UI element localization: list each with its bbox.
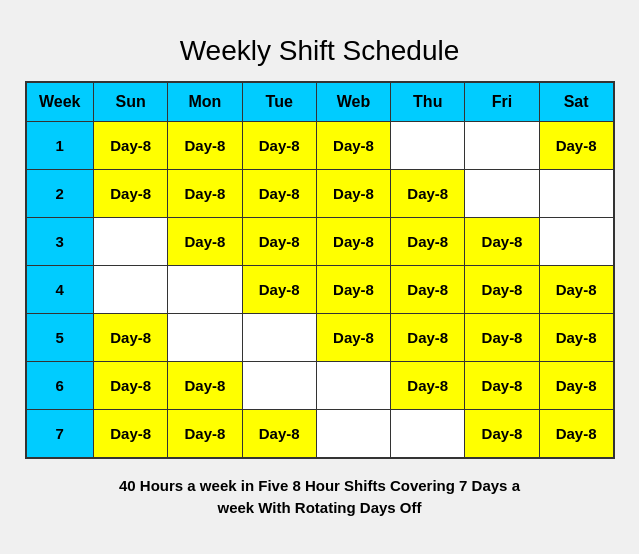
- schedule-cell: Day-8: [168, 410, 242, 458]
- schedule-cell: [316, 410, 390, 458]
- schedule-cell: Day-8: [168, 362, 242, 410]
- table-row: 2Day-8Day-8Day-8Day-8Day-8: [26, 170, 614, 218]
- week-cell: 1: [26, 122, 94, 170]
- schedule-cell: Day-8: [94, 362, 168, 410]
- schedule-cell: Day-8: [168, 170, 242, 218]
- schedule-cell: Day-8: [168, 218, 242, 266]
- schedule-cell: [168, 314, 242, 362]
- schedule-cell: Day-8: [316, 314, 390, 362]
- header-cell-tue: Tue: [242, 82, 316, 122]
- schedule-cell: Day-8: [539, 266, 613, 314]
- schedule-cell: [391, 122, 465, 170]
- table-row: 6Day-8Day-8Day-8Day-8Day-8: [26, 362, 614, 410]
- table-row: 5Day-8Day-8Day-8Day-8Day-8: [26, 314, 614, 362]
- table-row: 1Day-8Day-8Day-8Day-8Day-8: [26, 122, 614, 170]
- schedule-cell: Day-8: [316, 218, 390, 266]
- schedule-cell: [391, 410, 465, 458]
- schedule-cell: [94, 266, 168, 314]
- schedule-cell: Day-8: [94, 122, 168, 170]
- header-cell-thu: Thu: [391, 82, 465, 122]
- schedule-cell: Day-8: [465, 266, 539, 314]
- schedule-cell: Day-8: [94, 314, 168, 362]
- week-cell: 3: [26, 218, 94, 266]
- schedule-cell: Day-8: [391, 170, 465, 218]
- schedule-cell: Day-8: [391, 314, 465, 362]
- header-cell-fri: Fri: [465, 82, 539, 122]
- page-title: Weekly Shift Schedule: [180, 35, 460, 67]
- header-cell-sun: Sun: [94, 82, 168, 122]
- schedule-cell: Day-8: [539, 410, 613, 458]
- schedule-cell: Day-8: [539, 362, 613, 410]
- schedule-cell: Day-8: [94, 410, 168, 458]
- table-header-row: WeekSunMonTueWebThuFriSat: [26, 82, 614, 122]
- schedule-cell: [242, 314, 316, 362]
- schedule-cell: Day-8: [465, 218, 539, 266]
- schedule-cell: [242, 362, 316, 410]
- schedule-cell: Day-8: [316, 170, 390, 218]
- header-cell-sat: Sat: [539, 82, 613, 122]
- week-cell: 7: [26, 410, 94, 458]
- table-row: 4Day-8Day-8Day-8Day-8Day-8: [26, 266, 614, 314]
- week-cell: 4: [26, 266, 94, 314]
- schedule-cell: Day-8: [391, 362, 465, 410]
- schedule-cell: Day-8: [242, 266, 316, 314]
- header-cell-week: Week: [26, 82, 94, 122]
- schedule-cell: Day-8: [316, 122, 390, 170]
- schedule-cell: Day-8: [539, 122, 613, 170]
- schedule-cell: Day-8: [242, 170, 316, 218]
- schedule-cell: Day-8: [242, 410, 316, 458]
- schedule-cell: Day-8: [391, 218, 465, 266]
- week-cell: 6: [26, 362, 94, 410]
- schedule-table: WeekSunMonTueWebThuFriSat 1Day-8Day-8Day…: [25, 81, 615, 459]
- table-row: 7Day-8Day-8Day-8Day-8Day-8: [26, 410, 614, 458]
- schedule-cell: Day-8: [242, 122, 316, 170]
- schedule-cell: [168, 266, 242, 314]
- header-cell-web: Web: [316, 82, 390, 122]
- schedule-cell: [465, 170, 539, 218]
- week-cell: 2: [26, 170, 94, 218]
- header-cell-mon: Mon: [168, 82, 242, 122]
- footer-text: 40 Hours a week in Five 8 Hour Shifts Co…: [110, 475, 530, 520]
- schedule-cell: [465, 122, 539, 170]
- page-container: Weekly Shift Schedule WeekSunMonTueWebTh…: [20, 35, 619, 520]
- schedule-cell: Day-8: [465, 362, 539, 410]
- schedule-cell: Day-8: [242, 218, 316, 266]
- schedule-cell: [539, 170, 613, 218]
- schedule-cell: Day-8: [539, 314, 613, 362]
- schedule-cell: Day-8: [316, 266, 390, 314]
- week-cell: 5: [26, 314, 94, 362]
- table-row: 3Day-8Day-8Day-8Day-8Day-8: [26, 218, 614, 266]
- schedule-cell: [539, 218, 613, 266]
- schedule-cell: [94, 218, 168, 266]
- schedule-cell: [316, 362, 390, 410]
- schedule-cell: Day-8: [94, 170, 168, 218]
- schedule-cell: Day-8: [168, 122, 242, 170]
- schedule-cell: Day-8: [465, 314, 539, 362]
- schedule-cell: Day-8: [391, 266, 465, 314]
- schedule-cell: Day-8: [465, 410, 539, 458]
